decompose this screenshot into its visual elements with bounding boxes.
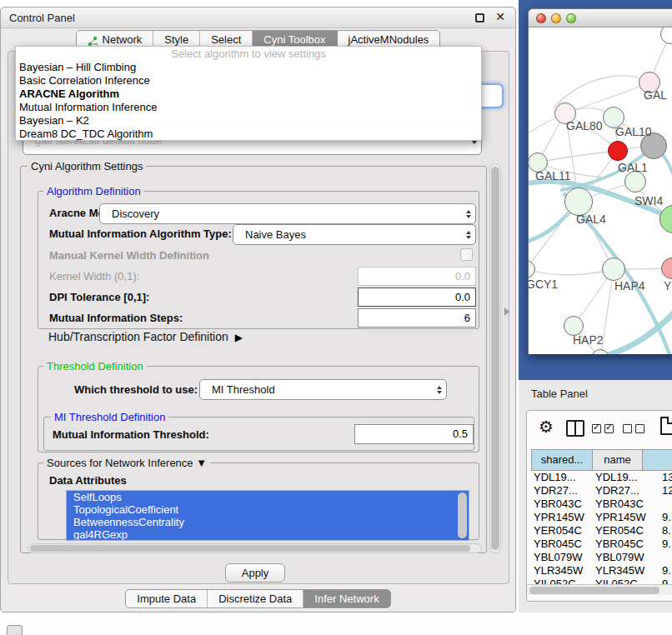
splitpane-collapse-arrow[interactable] xyxy=(504,308,509,316)
network-node-hap4[interactable] xyxy=(602,258,625,281)
tab-label: Discretize Data xyxy=(218,590,292,608)
which-threshold-value: MI Threshold xyxy=(200,383,433,396)
network-tab-icon xyxy=(88,34,98,45)
checked-box-icon xyxy=(592,424,601,433)
mi-threshold-input[interactable]: 0.5 xyxy=(354,424,474,444)
cell: YBL079W xyxy=(534,551,583,564)
cell: 9. xyxy=(662,511,671,524)
scrollbar-thumb[interactable] xyxy=(491,167,499,550)
list-item[interactable]: gal4RGexp xyxy=(67,528,469,541)
column-header-shared-name[interactable]: shared... xyxy=(531,449,593,471)
cell: YER054C xyxy=(534,524,582,538)
table-row[interactable]: YDR27...YDR27...12 xyxy=(527,484,672,498)
threshold-definition-title: Threshold Definition xyxy=(43,360,147,372)
minimize-traffic-light[interactable] xyxy=(551,13,561,23)
table-row[interactable]: YPR145WYPR145W9. xyxy=(527,511,672,524)
algorithm-definition-group: Algorithm Definition Aracne Mode: Discov… xyxy=(38,191,479,329)
tab-label: Impute Data xyxy=(137,590,196,608)
aracne-mode-combo[interactable]: Discovery xyxy=(99,203,476,224)
cell: YIL052C xyxy=(534,578,576,584)
apply-button[interactable]: Apply xyxy=(225,563,285,582)
minimized-panel-icon[interactable] xyxy=(7,625,23,635)
dropdown-item[interactable]: Bayesian – K2 xyxy=(16,114,481,128)
dropdown-item[interactable]: Bayesian – Hill Climbing xyxy=(16,61,481,74)
manual-kernel-width-checkbox[interactable] xyxy=(460,248,473,261)
network-node-gal1[interactable] xyxy=(608,141,628,161)
network-canvas[interactable]: GAL GAL80 GAL10 GAL1 GAL11 SWI4 GAL4 GCY… xyxy=(529,28,672,354)
dropdown-prompt: Select algorithm to view settings xyxy=(16,47,481,61)
sources-group: Sources for Network Inference ▼ Data Att… xyxy=(38,462,479,540)
settings-horizontal-scrollbar[interactable] xyxy=(28,543,482,553)
kernel-width-input[interactable]: 0.0 xyxy=(358,267,476,286)
close-icon[interactable]: ✕ xyxy=(495,10,505,23)
network-view-window: GAL GAL80 GAL10 GAL1 GAL11 SWI4 GAL4 GCY… xyxy=(528,8,672,354)
which-threshold-combo[interactable]: MI Threshold xyxy=(199,379,447,400)
table-body: YDL19...YDL19...13 YDR27...YDR27...12 YB… xyxy=(527,471,672,584)
node-label: GAL1 xyxy=(618,161,648,174)
network-window-titlebar[interactable] xyxy=(529,9,672,28)
cell: 9. xyxy=(662,564,671,578)
table-row[interactable]: YBL079WYBL079W xyxy=(527,551,672,564)
gear-icon[interactable]: ⚙ xyxy=(539,416,554,438)
data-attributes-list: SelfLoops TopologicalCoefficient Between… xyxy=(66,490,469,541)
table-row[interactable]: YBR043CYBR043C xyxy=(527,498,672,511)
table-row[interactable]: YLR345WYLR345W9. xyxy=(527,564,672,578)
collapse-arrow-icon[interactable]: ▼ xyxy=(196,457,207,469)
stepper-icon xyxy=(462,210,475,218)
dropdown-item[interactable]: Dream8 DC_TDC Algorithm xyxy=(16,128,481,141)
table-panel-region: Table Panel ⚙ shared... name YDL19...YDL… xyxy=(519,380,672,612)
tab-infer-network[interactable]: Infer Network xyxy=(303,590,389,608)
dpi-tolerance-input[interactable]: 0.0 xyxy=(358,288,476,307)
tab-discretize-data[interactable]: Discretize Data xyxy=(208,590,303,608)
bottom-tab-group: Impute Data Discretize Data Infer Networ… xyxy=(125,589,390,608)
document-icon[interactable] xyxy=(660,417,672,435)
cell: YER054C xyxy=(595,524,644,538)
split-columns-icon[interactable] xyxy=(566,420,584,437)
dropdown-item[interactable]: Basic Correlation Inference xyxy=(16,74,481,88)
settings-vertical-scrollbar[interactable] xyxy=(489,163,501,553)
mi-type-value: Naive Bayes xyxy=(233,228,462,241)
dropdown-item[interactable]: Mutual Information Inference xyxy=(16,101,481,114)
node-label: GAL4 xyxy=(576,212,606,226)
table-row[interactable]: YDL19...YDL19...13 xyxy=(527,471,672,484)
node-label: GAL80 xyxy=(566,119,603,132)
mi-threshold-definition-group: MI Threshold Definition Mutual Informati… xyxy=(43,417,474,451)
scrollbar-thumb[interactable] xyxy=(30,545,470,552)
zoom-traffic-light[interactable] xyxy=(566,13,576,23)
column-header-partial[interactable] xyxy=(642,449,672,471)
deselect-all-checkboxes-icon[interactable] xyxy=(623,424,648,434)
threshold-definition-group: Threshold Definition Which threshold to … xyxy=(38,366,479,452)
node-label: SWI4 xyxy=(634,194,663,208)
node-label: GAL10 xyxy=(615,125,652,138)
scrollbar-thumb[interactable] xyxy=(529,587,659,594)
mi-type-label: Mutual Information Algorithm Type: xyxy=(49,228,232,240)
cell: YIL052C xyxy=(595,578,638,584)
mi-steps-label: Mutual Information Steps: xyxy=(49,312,183,324)
cell: 12 xyxy=(662,484,672,498)
table-row[interactable]: YER054CYER054C8. xyxy=(527,524,672,538)
list-item[interactable]: SelfLoops xyxy=(67,491,469,503)
list-item[interactable]: TopologicalCoefficient xyxy=(67,503,469,516)
hub-label: Hub/Transcription Factor Definition xyxy=(48,330,228,343)
list-item[interactable]: BetweennessCentrality xyxy=(67,516,469,528)
close-traffic-light[interactable] xyxy=(536,13,546,23)
cell: 9. xyxy=(662,538,671,551)
list-scrollbar[interactable] xyxy=(458,492,467,538)
node-label: HAP2 xyxy=(573,333,604,347)
table-row-partial[interactable]: YIL052CYIL052C9 xyxy=(527,578,672,584)
mi-steps-input[interactable]: 6 xyxy=(358,308,476,328)
cell: YBR043C xyxy=(595,498,644,511)
select-all-checkboxes-icon[interactable] xyxy=(592,424,617,434)
dropdown-item-selected[interactable]: ARACNE Algorithm xyxy=(16,88,481,101)
mi-algorithm-type-combo[interactable]: Naive Bayes xyxy=(233,224,476,245)
column-header-name[interactable]: name xyxy=(592,449,643,471)
table-horizontal-scrollbar[interactable] xyxy=(527,584,672,595)
bottom-tab-bar: Impute Data Discretize Data Infer Networ… xyxy=(1,589,515,608)
float-window-icon[interactable] xyxy=(475,13,484,22)
tab-impute-data[interactable]: Impute Data xyxy=(126,590,208,608)
hub-transcription-factor-expander[interactable]: Hub/Transcription Factor Definition▶ xyxy=(48,330,243,343)
table-row[interactable]: YBR045CYBR045C9. xyxy=(527,538,672,551)
data-attributes-label: Data Attributes xyxy=(49,475,127,487)
network-node-gal4[interactable] xyxy=(564,188,593,216)
cell: YPR145W xyxy=(534,511,584,524)
